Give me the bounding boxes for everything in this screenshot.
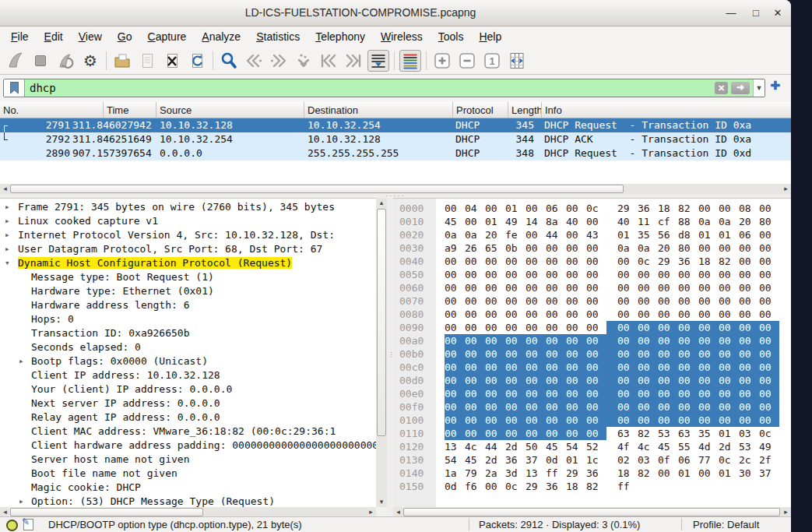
hex-row[interactable]: 0120134c442d504554524f4c45554d2d5349: [393, 440, 791, 453]
hex-byte[interactable]: 00: [546, 374, 566, 387]
hex-byte[interactable]: 00: [739, 334, 759, 347]
hex-byte[interactable]: 00: [739, 281, 759, 294]
hex-row[interactable]: 00c000000000000000000000000000000000: [393, 361, 791, 374]
hex-byte[interactable]: 00: [465, 268, 485, 281]
hex-byte[interactable]: 00: [485, 255, 505, 268]
hex-byte[interactable]: 06: [546, 202, 566, 215]
hex-byte[interactable]: 80: [678, 241, 698, 255]
hex-byte[interactable]: 00: [465, 400, 485, 414]
hex-byte[interactable]: 00: [566, 427, 586, 440]
hex-byte[interactable]: 00: [485, 202, 505, 215]
hex-byte[interactable]: 00: [606, 321, 638, 334]
filter-dropdown-caret[interactable]: ▼: [753, 79, 765, 97]
hex-byte[interactable]: 00: [566, 241, 586, 255]
expander-icon[interactable]: ▸: [19, 354, 24, 368]
hex-byte[interactable]: 00: [739, 400, 759, 414]
hex-byte[interactable]: 4f: [606, 440, 638, 453]
hex-byte[interactable]: ff: [606, 480, 638, 493]
hex-byte[interactable]: 00: [505, 427, 526, 440]
hex-byte[interactable]: 00: [606, 374, 638, 387]
hex-byte[interactable]: 0c: [638, 255, 658, 268]
hex-byte[interactable]: 00: [759, 255, 779, 268]
hex-byte[interactable]: 65: [485, 241, 505, 255]
hex-byte[interactable]: 00: [759, 321, 779, 334]
save-file-icon[interactable]: [136, 50, 158, 72]
hex-byte[interactable]: 00: [465, 294, 485, 308]
hex-byte[interactable]: 00: [546, 241, 566, 255]
title-bar[interactable]: LD-ICS-FUELSTATION-COMPROMISE.pcapng — □…: [0, 0, 791, 26]
hex-byte[interactable]: 00: [566, 228, 586, 241]
hex-byte[interactable]: 00: [698, 414, 719, 427]
hex-byte[interactable]: 00: [698, 321, 719, 334]
menu-tools[interactable]: Tools: [431, 28, 472, 45]
hex-byte[interactable]: 00: [566, 387, 586, 400]
menu-go[interactable]: Go: [110, 28, 140, 45]
hex-byte[interactable]: 00: [566, 268, 586, 281]
hex-row[interactable]: 01500df6000c29361882ff: [393, 480, 791, 493]
go-to-packet-icon[interactable]: [293, 50, 315, 72]
hex-byte[interactable]: 00: [698, 334, 719, 347]
hex-byte[interactable]: 18: [658, 202, 678, 215]
hex-byte[interactable]: 29: [658, 255, 678, 268]
hex-byte[interactable]: 00: [546, 361, 566, 374]
hex-byte[interactable]: 00: [739, 347, 759, 361]
hex-byte[interactable]: 00: [759, 202, 779, 215]
hex-byte[interactable]: 00: [719, 202, 739, 215]
hex-byte[interactable]: 44: [485, 440, 505, 453]
hex-row[interactable]: 00400000000000000000000c293618820000: [393, 255, 791, 268]
hex-byte[interactable]: 00: [698, 467, 719, 480]
hex-byte[interactable]: 29: [606, 202, 638, 215]
hex-byte[interactable]: 2d: [485, 453, 505, 467]
hex-byte[interactable]: cf: [658, 215, 678, 228]
hex-byte[interactable]: 2f: [759, 453, 779, 467]
zoom-in-icon[interactable]: [431, 50, 453, 72]
hex-byte[interactable]: 00: [658, 361, 678, 374]
hex-byte[interactable]: 20: [739, 215, 759, 228]
expander-icon[interactable]: ▸: [5, 200, 10, 214]
hex-byte[interactable]: 00: [658, 321, 678, 334]
hex-byte[interactable]: 00: [719, 414, 739, 427]
hex-byte[interactable]: 00: [739, 294, 759, 308]
hex-row[interactable]: 007000000000000000000000000000000000: [393, 294, 791, 308]
hex-byte[interactable]: 0c: [505, 480, 526, 493]
hex-byte[interactable]: 00: [586, 427, 606, 440]
hex-byte[interactable]: 00: [445, 361, 465, 374]
hex-byte[interactable]: 00: [485, 387, 505, 400]
hex-byte[interactable]: 00: [526, 387, 546, 400]
hex-byte[interactable]: 2d: [505, 440, 526, 453]
hex-byte[interactable]: 00: [505, 268, 526, 281]
hex-byte[interactable]: 0a: [719, 215, 739, 228]
hex-byte[interactable]: 00: [698, 374, 719, 387]
tree-line[interactable]: Client MAC address: VMware_36:18:82 (00:…: [0, 425, 376, 439]
hex-byte[interactable]: 00: [719, 321, 739, 334]
hex-byte[interactable]: 0c: [719, 453, 739, 467]
hex-byte[interactable]: 00: [739, 268, 759, 281]
menu-statistics[interactable]: Statistics: [248, 28, 308, 45]
menu-help[interactable]: Help: [471, 28, 509, 45]
close-button[interactable]: ✕: [766, 0, 789, 26]
hex-byte[interactable]: 00: [465, 321, 485, 334]
tree-line[interactable]: ▸Internet Protocol Version 4, Src: 10.10…: [0, 228, 376, 242]
hex-byte[interactable]: 56: [658, 228, 678, 241]
packet-row[interactable]: 2890907.1573976540.0.0.0255.255.255.255D…: [0, 146, 791, 160]
hex-byte[interactable]: 00: [566, 361, 586, 374]
hex-byte[interactable]: 00: [485, 308, 505, 321]
hex-byte[interactable]: 00: [606, 281, 638, 294]
hex-byte[interactable]: 00: [739, 374, 759, 387]
hex-byte[interactable]: 00: [638, 400, 658, 414]
hex-byte[interactable]: 01: [505, 202, 526, 215]
hex-byte[interactable]: 55: [678, 440, 698, 453]
hex-byte[interactable]: 00: [586, 215, 606, 228]
hex-byte[interactable]: 00: [465, 347, 485, 361]
hex-byte[interactable]: 00: [658, 294, 678, 308]
column-header-length[interactable]: Length: [508, 102, 542, 118]
hex-byte[interactable]: 01: [485, 215, 505, 228]
hex-byte[interactable]: 0d: [546, 453, 566, 467]
first-packet-icon[interactable]: [318, 50, 339, 72]
hex-byte[interactable]: 63: [678, 427, 698, 440]
hex-byte[interactable]: 00: [505, 255, 526, 268]
hex-byte[interactable]: 00: [678, 400, 698, 414]
hex-byte[interactable]: 00: [526, 255, 546, 268]
hex-byte[interactable]: 36: [546, 480, 566, 493]
menu-telephony[interactable]: Telephony: [308, 28, 373, 45]
